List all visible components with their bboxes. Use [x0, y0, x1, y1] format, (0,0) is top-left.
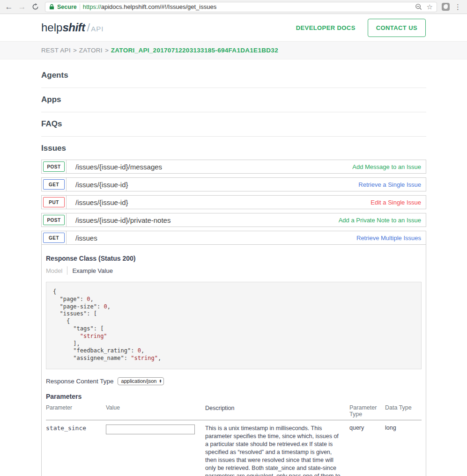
url-scheme: https:// [83, 3, 101, 10]
url-rest: apidocs.helpshift.com/#!/Issues/get_issu… [101, 3, 216, 10]
browser-menu-icon[interactable]: ⋮ [452, 3, 463, 11]
endpoint-action-link[interactable]: Retrieve Multiple Issues [356, 234, 421, 242]
endpoint-list: POST /issues/{issue-id}/messages Add Mes… [41, 160, 426, 245]
badge-divider [66, 196, 67, 209]
zoom-out-icon[interactable] [415, 3, 422, 10]
refresh-icon[interactable] [30, 2, 40, 12]
forward-icon[interactable]: → [17, 2, 27, 12]
section-row[interactable]: Agents [41, 71, 426, 88]
logo-shift: shift [62, 21, 85, 34]
refresh-glyph [32, 3, 39, 10]
http-method-badge: POST [43, 161, 65, 172]
badge-divider [66, 231, 67, 244]
breadcrumb-separator: > [73, 47, 77, 54]
endpoint-action-link[interactable]: Add Message to an Issue [352, 163, 421, 170]
http-method-badge: PUT [43, 197, 65, 207]
endpoint-row: GET /issues/{issue-id} Retrieve a Single… [41, 177, 426, 191]
section-title: FAQs [41, 119, 426, 129]
developer-docs-link[interactable]: DEVELOPER DOCS [296, 24, 356, 31]
breadcrumb-rest-api[interactable]: REST API [41, 47, 71, 54]
endpoint-row: PUT /issues/{issue-id} Edit a Single Iss… [41, 195, 426, 209]
contact-us-button[interactable]: CONTACT US [368, 19, 426, 37]
response-tabs: Model Example Value [46, 266, 422, 275]
response-content-type-value: application/json [121, 378, 157, 384]
url-text[interactable]: https://apidocs.helpshift.com/#!/Issues/… [83, 3, 412, 10]
col-value: Value [106, 404, 205, 417]
example-json-code-block[interactable]: { "page": 0, "page-size": 0, "issues": [… [46, 282, 422, 369]
endpoint-row: POST /issues/{issue-id}/private-notes Ad… [41, 213, 426, 227]
get-issues-detail-panel: Response Class (Status 200) Model Exampl… [41, 245, 426, 476]
breadcrumb-current: ZATORI_API_20170712203133185-694FA1DA1E1… [111, 47, 278, 54]
endpoint-action-link[interactable]: Retrieve a Single Issue [358, 181, 421, 188]
tab-example-value[interactable]: Example Value [72, 267, 112, 274]
breadcrumb-separator: > [105, 47, 109, 54]
url-separator [80, 4, 80, 10]
bookmark-star-icon[interactable]: ☆ [427, 3, 433, 11]
secure-label: Secure [57, 4, 77, 10]
site-header: helpshift/API DEVELOPER DOCS CONTACT US [0, 14, 467, 42]
breadcrumb-zatori[interactable]: ZATORI [79, 47, 103, 54]
endpoint-path[interactable]: /issues/{issue-id} [75, 198, 128, 206]
tab-model[interactable]: Model [46, 267, 62, 274]
endpoint-action-link[interactable]: Add a Private Note to an Issue [339, 217, 421, 224]
endpoint-row: GET /issues Retrieve Multiple Issues [41, 231, 426, 245]
address-bar[interactable]: Secure https://apidocs.helpshift.com/#!/… [45, 2, 437, 12]
parameters-title: Parameters [46, 393, 422, 400]
logo-help: help [41, 21, 62, 34]
response-content-type-label: Response Content Type [46, 378, 114, 385]
section-issues-title[interactable]: Issues [41, 144, 426, 153]
section-title: Apps [41, 95, 426, 104]
endpoint-row: POST /issues/{issue-id}/messages Add Mes… [41, 160, 426, 174]
col-description: Description [205, 404, 349, 417]
collapsed-sections: Agents Apps FAQs [41, 71, 426, 137]
parameters-table-header: Parameter Value Description Parameter Ty… [46, 404, 422, 420]
breadcrumb: REST API > ZATORI > ZATORI_API_201707122… [0, 42, 467, 59]
parameter-value-input[interactable] [106, 425, 195, 434]
endpoint-path[interactable]: /issues/{issue-id} [75, 181, 128, 189]
lock-icon [49, 4, 54, 10]
main-content: Agents Apps FAQs Issues POST /issues/{is… [0, 59, 467, 476]
parameter-row: state_since ▲▼ This is a unix timestamp … [46, 420, 422, 476]
endpoint-path[interactable]: /issues [75, 234, 97, 242]
parameter-type: query [349, 425, 385, 476]
response-class-title: Response Class (Status 200) [46, 255, 422, 262]
http-method-badge: POST [43, 215, 65, 225]
http-method-badge: GET [43, 233, 65, 243]
response-content-type-select[interactable]: application/json ▲▼ [118, 377, 164, 385]
endpoint-path[interactable]: /issues/{issue-id}/private-notes [75, 216, 170, 224]
section-row[interactable]: FAQs [41, 119, 426, 137]
response-content-type-row: Response Content Type application/json ▲… [46, 377, 422, 385]
logo-slash: / [87, 21, 90, 34]
endpoint-action-link[interactable]: Edit a Single Issue [371, 199, 421, 206]
browser-toolbar: ← → Secure https://apidocs.helpshift.com… [0, 0, 467, 14]
tab-separator [67, 266, 67, 275]
badge-divider [66, 178, 67, 191]
extension-icon[interactable] [442, 3, 450, 11]
col-data-type: Data Type [385, 404, 422, 417]
parameter-data-type: long [385, 425, 422, 476]
helpshift-logo[interactable]: helpshift/API [41, 21, 104, 34]
parameters-table: Parameter Value Description Parameter Ty… [46, 404, 422, 476]
logo-api: API [91, 25, 104, 33]
section-row[interactable]: Apps [41, 95, 426, 112]
parameter-value-cell: ▲▼ [106, 425, 205, 476]
parameters-table-body: state_since ▲▼ This is a unix timestamp … [46, 420, 422, 476]
col-parameter: Parameter [46, 404, 106, 417]
col-parameter-type: Parameter Type [349, 404, 385, 417]
parameter-name: state_since [46, 425, 106, 476]
parameter-description: This is a unix timestamp in milliseconds… [205, 425, 349, 476]
back-icon[interactable]: ← [4, 2, 14, 12]
badge-divider [66, 213, 67, 227]
section-title: Agents [41, 71, 426, 80]
endpoint-path[interactable]: /issues/{issue-id}/messages [75, 163, 162, 171]
http-method-badge: GET [43, 179, 65, 190]
badge-divider [66, 160, 67, 173]
select-arrows-icon: ▲▼ [159, 379, 162, 383]
